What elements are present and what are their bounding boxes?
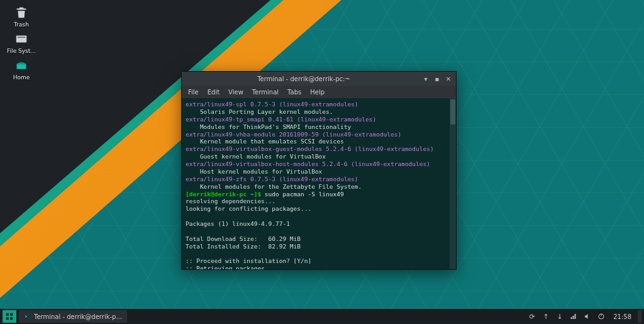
taskbar-button-label: Terminal - derrik@derrik-p... xyxy=(34,313,122,320)
panel-clock[interactable]: 21:58 xyxy=(609,313,635,320)
show-desktop-button[interactable] xyxy=(638,310,641,323)
terminal-line: Modules for ThinkPad's SMAPI functionali… xyxy=(186,123,452,131)
up-arrow-icon[interactable]: ↑ xyxy=(541,312,550,321)
menu-tabs[interactable]: Tabs xyxy=(284,87,305,97)
terminal-line: Total Installed Size: 82.92 MiB xyxy=(186,243,452,250)
terminal-line: extra/linux49-virtualbox-guest-modules 5… xyxy=(186,145,452,153)
menu-view[interactable]: View xyxy=(225,87,247,97)
close-button[interactable]: ✕ xyxy=(445,75,452,82)
home-icon xyxy=(13,58,30,73)
titlebar[interactable]: Terminal - derrik@derrik-pc:~ ▾ ▪ ✕ xyxy=(182,72,456,86)
desktop-icon-trash[interactable]: Trash xyxy=(5,5,38,28)
desktop-icon-label: Trash xyxy=(5,21,38,28)
terminal-line: extra/linux49-zfs 0.7.5-3 (linux49-extra… xyxy=(186,176,452,183)
svg-rect-2 xyxy=(6,313,9,316)
terminal-line: :: Proceed with installation? [Y/n] xyxy=(186,257,452,265)
desktop-icon-filesystem[interactable]: File Syst... xyxy=(5,31,38,54)
power-icon[interactable] xyxy=(597,312,606,321)
desktop-icon-home[interactable]: Home xyxy=(5,58,38,81)
terminal-window[interactable]: Terminal - derrik@derrik-pc:~ ▾ ▪ ✕ File… xyxy=(181,71,457,270)
svg-rect-6 xyxy=(25,314,31,319)
panel: Terminal - derrik@derrik-p... ⟳ ↑ ↓ 21:5… xyxy=(0,309,644,324)
down-arrow-icon[interactable]: ↓ xyxy=(555,312,564,321)
terminal-output[interactable]: extra/linux49-spl 0.7.5-3 (linux49-extra… xyxy=(182,98,456,269)
terminal-prompt-line: [derrik@derrik-pc ~]$ sudo pacman -S lin… xyxy=(186,191,452,198)
terminal-line: :: Retrieving packages... xyxy=(186,265,452,269)
svg-rect-5 xyxy=(10,317,13,320)
terminal-line: resolving dependencies... xyxy=(186,198,452,205)
trash-icon xyxy=(13,5,30,20)
terminal-line: Kernel module that emulates SCSI devices xyxy=(186,138,452,145)
minimize-button[interactable]: ▾ xyxy=(422,75,430,82)
filesystem-icon xyxy=(13,31,30,47)
app-menu-button[interactable] xyxy=(3,310,16,323)
menu-help[interactable]: Help xyxy=(306,87,328,97)
menu-edit[interactable]: Edit xyxy=(204,87,223,97)
svg-rect-0 xyxy=(16,36,27,43)
maximize-button[interactable]: ▪ xyxy=(433,75,441,82)
svg-rect-8 xyxy=(601,314,602,316)
menu-terminal[interactable]: Terminal xyxy=(248,87,282,97)
terminal-line xyxy=(186,228,452,235)
terminal-line: looking for conflicting packages... xyxy=(186,205,452,213)
terminal-line: Total Download Size: 60.29 MiB xyxy=(186,235,452,243)
terminal-line: extra/linux49-virtualbox-host-modules 5.… xyxy=(186,160,452,168)
taskbar-button-terminal[interactable]: Terminal - derrik@derrik-p... xyxy=(19,310,127,323)
volume-icon[interactable] xyxy=(583,312,592,321)
window-title: Terminal - derrik@derrik-pc:~ xyxy=(186,75,422,82)
desktop: Trash File Syst... Home Terminal - derri… xyxy=(0,0,644,324)
svg-rect-4 xyxy=(6,317,9,320)
terminal-line: Kernel modules for the Zettabyte File Sy… xyxy=(186,183,452,191)
terminal-line: extra/linux49-vhba-module 20161009-59 (l… xyxy=(186,131,452,138)
terminal-line: extra/linux49-spl 0.7.5-3 (linux49-extra… xyxy=(186,101,452,108)
terminal-icon xyxy=(24,313,31,320)
scrollbar[interactable] xyxy=(450,98,456,269)
svg-rect-1 xyxy=(18,36,26,38)
window-buttons: ▾ ▪ ✕ xyxy=(422,75,452,82)
terminal-line: Packages (1) linux49-4.9.77-1 xyxy=(186,220,452,228)
menu-file[interactable]: File xyxy=(184,87,203,97)
terminal-line: Solaris Porting Layer kernel modules. xyxy=(186,108,452,116)
terminal-line xyxy=(186,250,452,258)
menubar: File Edit View Terminal Tabs Help xyxy=(182,86,456,98)
network-icon[interactable] xyxy=(569,312,578,321)
desktop-icon-label: Home xyxy=(5,74,38,81)
svg-rect-3 xyxy=(10,313,13,316)
terminal-line: extra/linux49-tp_smapi 0.41-61 (linux49-… xyxy=(186,116,452,123)
scrollbar-thumb[interactable] xyxy=(450,99,455,125)
terminal-line: Guest kernel modules for VirtualBox xyxy=(186,153,452,160)
desktop-icons: Trash File Syst... Home xyxy=(5,5,38,81)
terminal-line xyxy=(186,213,452,220)
terminal-line: Host kernel modules for VirtualBox xyxy=(186,168,452,176)
system-tray: ⟳ ↑ ↓ xyxy=(524,312,609,321)
desktop-icon-label: File Syst... xyxy=(5,48,38,54)
updates-icon[interactable]: ⟳ xyxy=(528,312,536,321)
